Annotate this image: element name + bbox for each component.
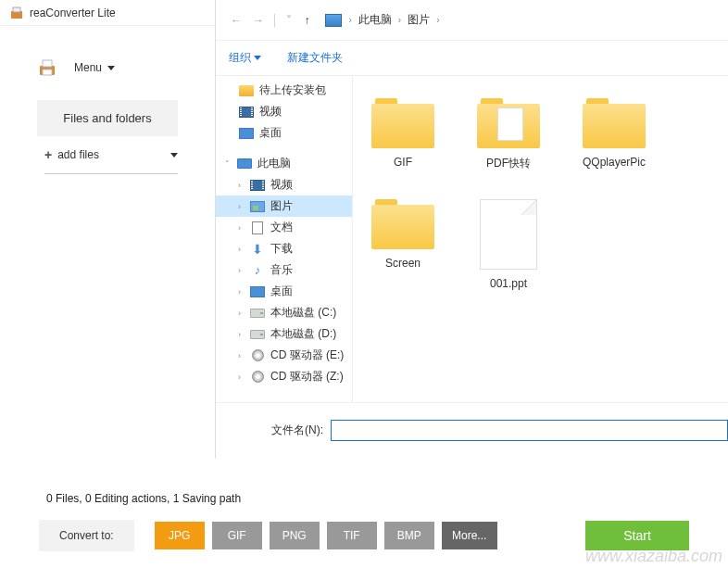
printer-icon bbox=[37, 57, 57, 78]
tree-item[interactable]: ›CD 驱动器 (E:) bbox=[216, 345, 352, 366]
dialog-toolbar: 组织 新建文件夹 bbox=[216, 41, 728, 76]
expand-icon[interactable]: › bbox=[238, 245, 247, 254]
files-folders-label: Files and folders bbox=[63, 111, 151, 125]
tree-item[interactable]: ›⬇下载 bbox=[216, 238, 352, 259]
nav-bar: ← → │ ˅ ↑ › 此电脑 › 图片 › bbox=[216, 0, 728, 41]
tree-item[interactable]: ›桌面 bbox=[216, 281, 352, 302]
add-files-label: add files bbox=[57, 148, 99, 161]
folder-item[interactable]: QQplayerPic bbox=[581, 98, 647, 171]
format-bmp-button[interactable]: BMP bbox=[384, 522, 434, 549]
folder-icon bbox=[371, 199, 434, 249]
new-folder-label: 新建文件夹 bbox=[287, 50, 343, 66]
app-title-bar: reaConverter Lite bbox=[0, 0, 215, 26]
nav-forward-button[interactable]: → bbox=[247, 14, 270, 27]
status-text: 0 Files, 0 Editing actions, 1 Saving pat… bbox=[0, 492, 728, 520]
tree-item[interactable]: ›♪音乐 bbox=[216, 259, 352, 281]
menu-label: Menu bbox=[74, 61, 102, 74]
expand-icon[interactable]: › bbox=[238, 330, 247, 339]
organize-button[interactable]: 组织 bbox=[229, 50, 261, 66]
format-tif-button[interactable]: TIF bbox=[327, 522, 377, 549]
format-gif-button[interactable]: GIF bbox=[212, 522, 262, 549]
expand-icon[interactable]: › bbox=[238, 266, 247, 275]
folder-icon bbox=[477, 98, 540, 148]
files-folders-button[interactable]: Files and folders bbox=[37, 100, 178, 136]
expand-icon[interactable]: › bbox=[238, 309, 247, 318]
download-icon: ⬇ bbox=[249, 242, 266, 257]
chevron-right-icon: › bbox=[395, 15, 405, 25]
breadcrumb-root[interactable]: 此电脑 bbox=[356, 12, 395, 28]
pc-icon bbox=[325, 14, 342, 27]
folder-icon bbox=[371, 98, 434, 148]
expand-icon[interactable]: › bbox=[238, 372, 247, 382]
filename-label: 文件名(N): bbox=[271, 423, 323, 438]
filename-row: 文件名(N): bbox=[216, 402, 728, 458]
file-icon bbox=[480, 199, 537, 270]
tree-item[interactable]: 桌面 bbox=[216, 122, 352, 144]
svg-rect-1 bbox=[13, 7, 20, 12]
cd-icon bbox=[252, 349, 264, 361]
tree-item[interactable]: ›视频 bbox=[216, 174, 352, 196]
tree-item[interactable]: 视频 bbox=[216, 101, 352, 122]
pc-icon bbox=[237, 158, 252, 169]
organize-label: 组织 bbox=[229, 50, 251, 66]
cd-icon bbox=[252, 371, 264, 383]
document-icon bbox=[252, 221, 263, 234]
svg-rect-4 bbox=[43, 69, 52, 75]
expand-icon[interactable]: › bbox=[238, 223, 247, 233]
folder-item[interactable]: GIF bbox=[370, 98, 436, 171]
video-icon bbox=[250, 180, 265, 191]
breadcrumb: › 此电脑 › 图片 › bbox=[325, 12, 444, 28]
desktop-icon bbox=[250, 286, 265, 297]
menu-row: Menu bbox=[0, 26, 215, 91]
tree-item-pc[interactable]: ˅此电脑 bbox=[216, 153, 352, 174]
folder-item[interactable]: PDF快转 bbox=[475, 98, 542, 171]
add-files-button[interactable]: + add files bbox=[44, 147, 178, 174]
video-icon bbox=[239, 107, 254, 118]
collapse-icon[interactable]: ˅ bbox=[225, 159, 234, 169]
expand-icon[interactable]: › bbox=[238, 287, 247, 297]
expand-icon[interactable]: › bbox=[238, 351, 247, 360]
watermark: www.xiazaiba.com bbox=[585, 547, 722, 566]
drive-icon bbox=[250, 330, 265, 339]
format-png-button[interactable]: PNG bbox=[270, 522, 320, 549]
folder-item[interactable]: Screen bbox=[370, 199, 436, 290]
tree-item-selected[interactable]: ›图片 bbox=[216, 196, 352, 217]
tree-item[interactable]: ›文档 bbox=[216, 217, 352, 238]
convert-to-label: Convert to: bbox=[39, 520, 134, 551]
desktop-icon bbox=[239, 128, 254, 139]
filename-input[interactable] bbox=[331, 420, 728, 441]
file-item[interactable]: 001.ppt bbox=[475, 199, 542, 290]
nav-recent-button[interactable]: ˅ bbox=[281, 14, 297, 27]
folder-tree: 待上传安装包 视频 桌面 ˅此电脑 ›视频 ›图片 ›文档 ›⬇下载 ›♪音乐 … bbox=[216, 76, 353, 402]
svg-rect-3 bbox=[43, 60, 52, 67]
music-icon: ♪ bbox=[249, 263, 266, 278]
tree-item[interactable]: ›本地磁盘 (C:) bbox=[216, 302, 352, 323]
folder-icon bbox=[239, 85, 254, 96]
format-more-button[interactable]: More... bbox=[442, 522, 497, 549]
tree-item[interactable]: ›本地磁盘 (D:) bbox=[216, 323, 352, 345]
menu-button[interactable]: Menu bbox=[74, 61, 115, 74]
chevron-right-icon: › bbox=[345, 15, 356, 25]
tree-item[interactable]: 待上传安装包 bbox=[216, 80, 352, 101]
app-icon bbox=[9, 6, 24, 20]
pictures-icon bbox=[250, 201, 265, 212]
app-panel: reaConverter Lite Menu Files and folders… bbox=[0, 0, 215, 568]
chevron-right-icon: › bbox=[433, 15, 443, 25]
expand-icon[interactable]: › bbox=[238, 181, 247, 190]
file-dialog: ← → │ ˅ ↑ › 此电脑 › 图片 › 组织 新建文件夹 待上传安装包 视… bbox=[215, 0, 728, 459]
new-folder-button[interactable]: 新建文件夹 bbox=[287, 50, 343, 66]
nav-back-button[interactable]: ← bbox=[225, 14, 247, 27]
caret-down-icon bbox=[254, 56, 261, 60]
folder-icon bbox=[583, 98, 646, 148]
app-title: reaConverter Lite bbox=[30, 6, 116, 19]
format-jpg-button[interactable]: JPG bbox=[155, 522, 205, 549]
caret-down-icon bbox=[170, 153, 178, 158]
plus-icon: + bbox=[44, 147, 52, 162]
expand-icon[interactable]: › bbox=[238, 202, 247, 211]
nav-up-button[interactable]: ↑ bbox=[297, 14, 318, 27]
dialog-body: 待上传安装包 视频 桌面 ˅此电脑 ›视频 ›图片 ›文档 ›⬇下载 ›♪音乐 … bbox=[216, 76, 728, 402]
breadcrumb-folder[interactable]: 图片 bbox=[405, 12, 433, 28]
tree-item[interactable]: ›CD 驱动器 (Z:) bbox=[216, 366, 352, 387]
file-grid: GIF PDF快转 QQplayerPic Screen 001.ppt bbox=[353, 76, 728, 402]
drive-icon bbox=[250, 309, 265, 318]
